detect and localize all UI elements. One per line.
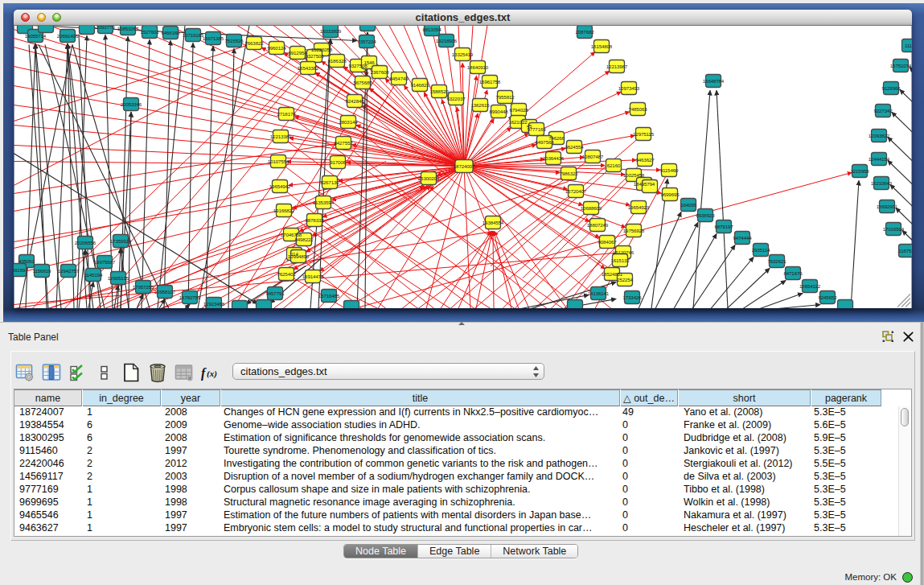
svg-text:9457791: 9457791: [265, 290, 285, 296]
svg-text:13325419: 13325419: [452, 51, 474, 57]
svg-text:16154808: 16154808: [591, 43, 613, 49]
svg-text:16782759: 16782759: [179, 295, 201, 300]
svg-text:12444154: 12444154: [869, 156, 890, 162]
svg-text:3215958: 3215958: [850, 168, 869, 174]
svg-text:9227342: 9227342: [873, 108, 893, 113]
svg-text:10807487: 10807487: [582, 154, 604, 159]
svg-text:7515526: 7515526: [224, 38, 244, 43]
svg-text:16961758: 16961758: [479, 79, 501, 84]
svg-text:2718176: 2718176: [277, 111, 296, 117]
svg-text:7485063: 7485063: [628, 106, 647, 112]
svg-text:12093822: 12093822: [869, 133, 890, 138]
svg-text:116753: 116753: [898, 248, 912, 253]
svg-text:10025458: 10025458: [623, 172, 645, 178]
svg-text:19218906: 19218906: [436, 38, 458, 43]
svg-text:1117: 1117: [905, 43, 912, 48]
svg-text:1362615: 1362615: [470, 102, 490, 108]
svg-text:10719185: 10719185: [183, 32, 204, 38]
svg-text:2803144: 2803144: [339, 119, 358, 125]
svg-text:9084067: 9084067: [598, 239, 617, 245]
svg-text:164095: 164095: [680, 202, 696, 208]
svg-text:8498222: 8498222: [294, 237, 314, 242]
svg-text:1615132: 1615132: [610, 257, 630, 263]
svg-text:12213967: 12213967: [606, 64, 628, 69]
svg-text:3624554: 3624554: [565, 144, 584, 150]
svg-text:19975687: 19975687: [94, 259, 116, 265]
svg-text:20691406: 20691406: [57, 33, 79, 39]
svg-text:2093779: 2093779: [96, 26, 115, 30]
svg-text:15692901: 15692901: [877, 204, 898, 209]
svg-text:12213389: 12213389: [270, 134, 292, 139]
svg-text:7357224: 7357224: [357, 39, 376, 44]
svg-text:10994890: 10994890: [288, 253, 310, 259]
svg-text:8990448: 8990448: [489, 109, 508, 114]
svg-text:18524851: 18524851: [602, 271, 623, 277]
svg-text:(x): (x): [207, 369, 217, 379]
svg-text:16671385: 16671385: [203, 35, 224, 41]
svg-text:f: f: [201, 366, 207, 381]
svg-text:2367608: 2367608: [370, 69, 389, 75]
svg-text:9242848: 9242848: [345, 98, 364, 104]
svg-text:6879197: 6879197: [714, 224, 733, 229]
svg-text:917006: 917006: [330, 159, 346, 165]
svg-text:1546: 1546: [363, 60, 375, 65]
svg-text:12923468: 12923468: [203, 301, 225, 307]
svg-text:12905135: 12905135: [108, 275, 129, 281]
svg-text:16543382: 16543382: [298, 65, 319, 71]
svg-text:8427552: 8427552: [334, 140, 353, 146]
svg-text:2087682: 2087682: [575, 29, 594, 35]
svg-text:15720407: 15720407: [565, 188, 587, 194]
svg-text:18495794: 18495794: [634, 181, 655, 187]
svg-text:2935114: 2935114: [752, 247, 770, 253]
svg-text:17957255: 17957255: [133, 284, 154, 290]
svg-text:8454749: 8454749: [389, 76, 409, 81]
svg-text:8471676: 8471676: [783, 270, 803, 276]
svg-text:13226058: 13226058: [311, 47, 333, 52]
svg-text:18807249: 18807249: [587, 222, 609, 228]
svg-text:16648784: 16648784: [703, 78, 725, 84]
svg-text:1588520: 1588520: [429, 89, 449, 94]
svg-text:9327506: 9327506: [305, 53, 324, 59]
svg-text:15716485: 15716485: [318, 293, 340, 299]
svg-text:20053346: 20053346: [121, 101, 142, 107]
svg-text:16210643: 16210643: [871, 180, 893, 186]
svg-text:11353594: 11353594: [313, 200, 335, 205]
svg-text:12942757: 12942757: [58, 268, 80, 274]
svg-text:1156819: 1156819: [33, 268, 51, 274]
svg-text:20364436: 20364436: [543, 155, 565, 161]
svg-text:19384554: 19384554: [483, 220, 504, 225]
svg-text:7632621: 7632621: [767, 258, 786, 264]
svg-text:1527602: 1527602: [140, 29, 159, 35]
svg-text:10973493: 10973493: [618, 85, 640, 91]
svg-text:18640910: 18640910: [467, 64, 489, 70]
svg-text:16033809: 16033809: [320, 28, 342, 34]
svg-text:9115460: 9115460: [660, 167, 679, 173]
svg-text:435061: 435061: [18, 258, 35, 264]
svg-text:252254: 252254: [617, 277, 633, 282]
svg-text:9777169: 9777169: [527, 126, 546, 132]
svg-text:9146821: 9146821: [410, 82, 429, 88]
svg-text:8267130: 8267130: [320, 179, 339, 185]
svg-text:7625402: 7625402: [277, 271, 296, 277]
svg-text:19166822: 19166822: [273, 208, 295, 213]
svg-text:16914479: 16914479: [302, 274, 324, 279]
svg-text:6322037: 6322037: [446, 96, 466, 101]
svg-text:5675685: 5675685: [353, 80, 372, 85]
svg-text:7663822: 7663822: [244, 40, 264, 46]
svg-text:19055714: 19055714: [25, 33, 47, 39]
svg-text:6466160: 6466160: [161, 30, 180, 35]
svg-text:17016504: 17016504: [883, 226, 905, 232]
svg-text:7955812: 7955812: [495, 94, 515, 100]
svg-text:9960124: 9960124: [267, 45, 286, 51]
svg-text:7986322: 7986322: [559, 171, 578, 176]
svg-text:39159: 39159: [14, 267, 26, 273]
svg-text:16120746: 16120746: [613, 249, 634, 255]
svg-text:10654112: 10654112: [799, 283, 821, 289]
svg-text:17359924: 17359924: [110, 238, 132, 244]
svg-text:10688609: 10688609: [581, 205, 602, 211]
svg-text:6497568: 6497568: [535, 139, 554, 145]
svg-text:9245652: 9245652: [818, 295, 837, 300]
svg-text:10958107: 10958107: [154, 289, 176, 295]
svg-text:9474444: 9474444: [733, 235, 752, 241]
svg-text:18724007: 18724007: [454, 163, 475, 169]
